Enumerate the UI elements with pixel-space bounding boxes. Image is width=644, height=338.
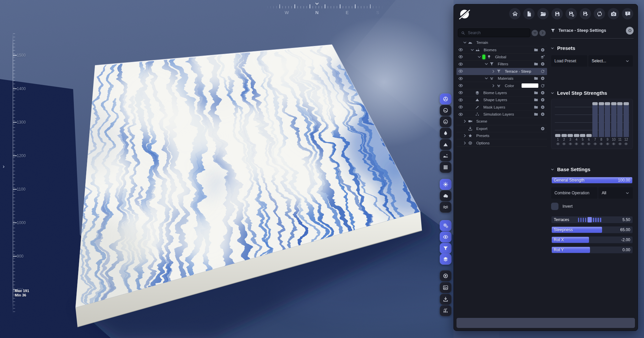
folder-button[interactable] <box>534 105 538 110</box>
color-swatch[interactable] <box>522 83 538 88</box>
bar-drag-handle[interactable] <box>561 134 567 137</box>
grid-display-button[interactable] <box>440 162 451 173</box>
visibility-eye-toggle[interactable] <box>458 62 463 67</box>
collapse-all-button[interactable] <box>532 30 538 36</box>
expander-chevron-down-icon[interactable] <box>470 48 475 52</box>
tree-item-materials[interactable]: Materials <box>457 75 547 82</box>
level-step-bar-5[interactable] <box>580 134 585 137</box>
expander-chevron-right-icon[interactable] <box>463 119 467 124</box>
level-step-eye-toggle[interactable] <box>561 142 568 146</box>
bar-drag-handle[interactable] <box>605 102 610 105</box>
folder-button[interactable] <box>534 112 538 117</box>
expander-chevron-down-icon[interactable] <box>463 40 467 45</box>
folder-button[interactable] <box>534 62 538 66</box>
combine-operation-select[interactable]: All <box>598 187 633 199</box>
bar-drag-handle[interactable] <box>568 134 573 137</box>
record-button[interactable] <box>440 270 451 281</box>
left-panel-expand-handle[interactable]: › <box>3 163 5 170</box>
home-button[interactable] <box>509 8 521 19</box>
tree-item-mask-layers[interactable]: Mask Layers <box>457 104 547 111</box>
tree-item-presets[interactable]: Presets <box>457 132 547 139</box>
visibility-eye-toggle[interactable] <box>458 105 463 110</box>
view-shaded-button[interactable] <box>440 93 451 105</box>
plus-button[interactable] <box>540 90 545 95</box>
show-filters-button[interactable] <box>440 243 451 254</box>
folder-button[interactable] <box>534 90 538 95</box>
next-result-button[interactable] <box>539 30 546 36</box>
expander-chevron-down-icon[interactable] <box>477 55 482 59</box>
visibility-eye-toggle[interactable] <box>458 83 463 88</box>
bar-drag-handle[interactable] <box>586 134 592 137</box>
save-edit-button[interactable] <box>580 8 591 19</box>
level-step-eye-toggle[interactable] <box>623 142 630 146</box>
screenshot-button[interactable] <box>608 8 619 19</box>
save-button[interactable] <box>551 8 563 19</box>
snapshot-gallery-button[interactable] <box>440 282 451 293</box>
plus-button[interactable] <box>540 97 545 102</box>
base-settings-header[interactable]: Base Settings <box>550 166 634 172</box>
tree-item-shape-layers[interactable]: Shape Layers <box>457 96 547 104</box>
visibility-eye-toggle[interactable] <box>458 76 463 81</box>
view-terrain-only-button[interactable] <box>440 116 451 127</box>
level-step-bar-12[interactable] <box>624 102 629 137</box>
presets-section-header[interactable]: Presets <box>550 45 634 51</box>
folder-button[interactable] <box>534 97 538 102</box>
level-step-bar-4[interactable] <box>574 134 579 137</box>
level-step-bar-6[interactable] <box>586 134 592 137</box>
bar-drag-handle[interactable] <box>592 102 598 105</box>
tree-item-color[interactable]: Color <box>457 82 547 89</box>
tree-item-global[interactable]: Global <box>457 54 547 61</box>
plus-button[interactable] <box>540 48 545 52</box>
water-sim-button[interactable] <box>440 202 451 213</box>
tree-item-filters[interactable]: Filters <box>457 61 547 68</box>
rot-x-slider[interactable]: Rot X-2.00 <box>551 236 633 244</box>
level-step-bar-9[interactable] <box>605 102 610 137</box>
level-step-eye-toggle[interactable] <box>598 142 605 146</box>
load-preset-select[interactable]: Select... <box>588 55 633 67</box>
level-step-bar-3[interactable] <box>568 134 573 137</box>
level-step-strengths-header[interactable]: Level Step Strengths <box>550 90 634 96</box>
bar-drag-handle[interactable] <box>580 134 585 137</box>
expander-chevron-down-icon[interactable] <box>484 76 489 81</box>
folder-button[interactable] <box>534 76 538 81</box>
expander-chevron-right-icon[interactable] <box>463 133 467 138</box>
visibility-eye-toggle[interactable] <box>458 54 463 59</box>
visibility-eye-toggle[interactable] <box>458 97 463 103</box>
layers-plus-button[interactable] <box>540 55 545 59</box>
level-step-eye-toggle[interactable] <box>592 142 598 146</box>
refresh-button[interactable] <box>540 69 545 74</box>
level-step-eye-toggle[interactable] <box>574 142 580 146</box>
help-button[interactable] <box>622 8 633 19</box>
level-step-bar-10[interactable] <box>611 102 616 137</box>
level-step-bar-1[interactable] <box>555 134 560 137</box>
bar-drag-handle[interactable] <box>617 102 623 105</box>
statistics-button[interactable] <box>440 305 451 316</box>
folder-button[interactable] <box>534 48 538 52</box>
plus-button[interactable] <box>540 62 545 66</box>
expander-chevron-right-icon[interactable] <box>491 69 496 74</box>
expander-chevron-right-icon[interactable] <box>491 83 496 88</box>
bar-drag-handle[interactable] <box>574 134 579 137</box>
tree-item-options[interactable]: Options <box>457 139 547 146</box>
visibility-button[interactable] <box>440 231 451 243</box>
steepness-slider[interactable]: Steepness65.00 <box>551 226 633 233</box>
tree-item-biomes[interactable]: Biomes <box>457 46 547 53</box>
visibility-eye-toggle[interactable] <box>458 90 463 95</box>
level-step-bar-7[interactable] <box>592 102 598 137</box>
tree-item-simulation-layers[interactable]: Simulation Layers <box>457 111 547 118</box>
save-as-button[interactable] <box>566 8 577 19</box>
bar-drag-handle[interactable] <box>611 102 616 105</box>
level-step-bar-11[interactable] <box>617 102 623 137</box>
auto-rebuild-button[interactable] <box>440 220 451 231</box>
compass-ribbon[interactable]: WNES <box>264 2 385 17</box>
bar-drag-handle[interactable] <box>555 134 560 137</box>
view-textured-button[interactable] <box>440 105 451 116</box>
tree-item-terrain[interactable]: Terrain <box>457 39 547 46</box>
visibility-eye-toggle[interactable] <box>458 112 463 117</box>
bar-drag-handle[interactable] <box>624 102 629 105</box>
tree-item-terrace-steep[interactable]: Terrace - Steep <box>457 68 547 75</box>
plus-button[interactable] <box>540 105 545 110</box>
refresh-button[interactable] <box>540 83 545 88</box>
tree-item-export[interactable]: Export <box>457 125 547 132</box>
level-step-eye-toggle[interactable] <box>567 142 574 146</box>
